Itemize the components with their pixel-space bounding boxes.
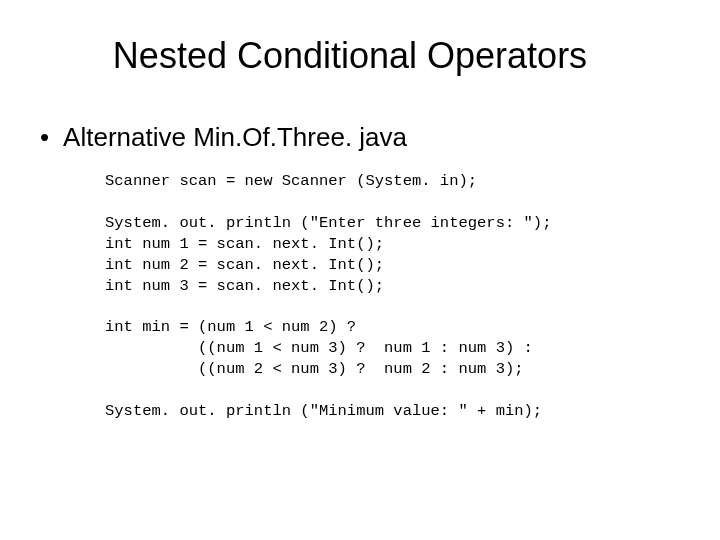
slide-subtitle: Alternative Min.Of.Three. java	[63, 122, 407, 153]
bullet-icon: •	[40, 124, 49, 150]
subtitle-row: • Alternative Min.Of.Three. java	[30, 122, 670, 153]
slide-title: Nested Conditional Operators	[30, 35, 670, 77]
code-block: Scanner scan = new Scanner (System. in);…	[30, 171, 670, 422]
